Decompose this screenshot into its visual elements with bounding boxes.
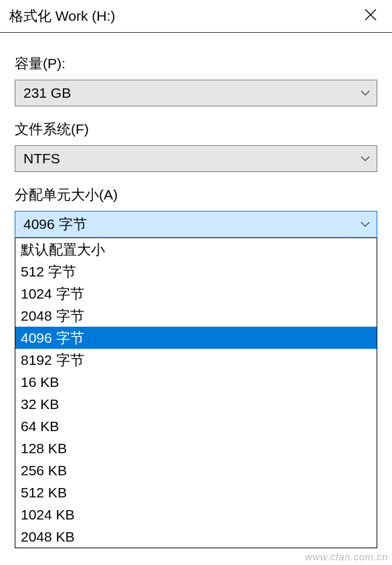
allocation-option[interactable]: 512 KB bbox=[15, 481, 377, 503]
allocation-option[interactable]: 1024 字节 bbox=[15, 282, 377, 305]
allocation-option[interactable]: 8192 字节 bbox=[15, 349, 377, 371]
close-button[interactable] bbox=[357, 5, 384, 27]
capacity-label: 容量(P): bbox=[15, 54, 377, 73]
allocation-option[interactable]: 2048 KB bbox=[15, 526, 377, 548]
allocation-label: 分配单元大小(A) bbox=[15, 185, 377, 204]
allocation-options-list: 默认配置大小512 字节1024 字节2048 字节4096 字节8192 字节… bbox=[15, 238, 377, 548]
allocation-option[interactable]: 4096 字节 bbox=[15, 327, 377, 349]
close-icon bbox=[365, 9, 377, 23]
allocation-option[interactable]: 默认配置大小 bbox=[15, 238, 377, 260]
allocation-value: 4096 字节 bbox=[23, 215, 87, 234]
capacity-group: 容量(P): 231 GB bbox=[15, 54, 377, 106]
titlebar: 格式化 Work (H:) bbox=[0, 0, 392, 33]
allocation-option[interactable]: 128 KB bbox=[15, 437, 377, 459]
window-title: 格式化 Work (H:) bbox=[9, 7, 115, 25]
chevron-down-icon bbox=[361, 222, 370, 227]
filesystem-value: NTFS bbox=[23, 151, 60, 167]
allocation-option[interactable]: 256 KB bbox=[15, 459, 377, 481]
allocation-option[interactable]: 1024 KB bbox=[15, 503, 377, 526]
allocation-dropdown: 4096 字节 默认配置大小512 字节1024 字节2048 字节4096 字… bbox=[15, 211, 377, 238]
allocation-option[interactable]: 32 KB bbox=[15, 393, 377, 415]
allocation-option[interactable]: 2048 字节 bbox=[15, 305, 377, 327]
chevron-down-icon bbox=[361, 90, 370, 96]
chevron-down-icon bbox=[361, 156, 370, 161]
allocation-option[interactable]: 512 字节 bbox=[15, 260, 377, 282]
allocation-option[interactable]: 16 KB bbox=[15, 371, 377, 393]
allocation-option[interactable]: 64 KB bbox=[15, 415, 377, 437]
watermark: www.cfan.com.cn bbox=[305, 551, 388, 562]
allocation-select[interactable]: 4096 字节 bbox=[15, 211, 377, 238]
dialog-content: 容量(P): 231 GB 文件系统(F) NTFS 分配单元大小(A) 409… bbox=[0, 33, 392, 250]
filesystem-select[interactable]: NTFS bbox=[15, 145, 377, 172]
capacity-select[interactable]: 231 GB bbox=[15, 80, 377, 106]
filesystem-group: 文件系统(F) NTFS bbox=[15, 120, 377, 172]
filesystem-label: 文件系统(F) bbox=[15, 120, 377, 139]
allocation-group: 分配单元大小(A) 4096 字节 默认配置大小512 字节1024 字节204… bbox=[15, 185, 377, 238]
capacity-value: 231 GB bbox=[23, 85, 71, 101]
